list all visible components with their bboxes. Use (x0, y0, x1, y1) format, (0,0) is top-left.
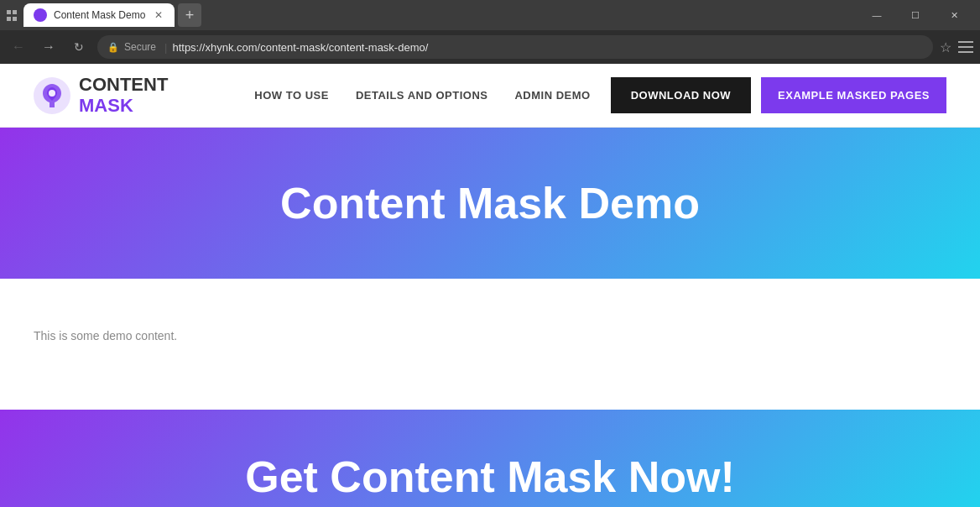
logo-mask-word: MASK (79, 96, 168, 116)
hero-section: Content Mask Demo (0, 128, 980, 279)
bottom-title: Get Content Mask Now! (34, 452, 946, 502)
nav-links: HOW TO USE DETAILS AND OPTIONS ADMIN DEM… (254, 89, 590, 102)
apps-icon[interactable] (7, 10, 17, 21)
main-content: This is some demo content. (0, 279, 980, 410)
svg-point-1 (49, 90, 55, 97)
address-bar: ← → ↻ 🔒 Secure | https://xhynk.com/conte… (0, 30, 980, 64)
browser-frame: Content Mask Demo ✕ + — ☐ ✕ ← → ↻ 🔒 Secu… (0, 0, 980, 64)
forward-button[interactable]: → (37, 35, 60, 59)
url-separator: | (164, 41, 167, 54)
website-content: CONTENT MASK HOW TO USE DETAILS AND OPTI… (0, 64, 980, 507)
bottom-section: Get Content Mask Now! (0, 410, 980, 507)
url-bar[interactable]: 🔒 Secure | https://xhynk.com/content-mas… (97, 35, 933, 59)
demo-content-text: This is some demo content. (34, 329, 946, 342)
window-controls: — ☐ ✕ (858, 0, 973, 30)
hero-title: Content Mask Demo (34, 178, 946, 228)
minimize-button[interactable]: — (858, 0, 896, 30)
bookmark-icon[interactable]: ☆ (940, 39, 951, 55)
tab-close-icon[interactable]: ✕ (153, 8, 164, 23)
nav-details-options[interactable]: DETAILS AND OPTIONS (356, 89, 488, 102)
nav-how-to-use[interactable]: HOW TO USE (254, 89, 329, 102)
nav-admin-demo[interactable]: ADMIN DEMO (514, 89, 590, 102)
url-text: https://xhynk.com/content-mask/content-m… (172, 41, 428, 54)
refresh-button[interactable]: ↻ (67, 35, 91, 59)
tab-favicon (34, 8, 47, 22)
close-button[interactable]: ✕ (935, 0, 973, 30)
example-masked-pages-button[interactable]: EXAMPLE MASKED PAGES (761, 77, 946, 113)
site-logo[interactable]: CONTENT MASK (34, 75, 168, 115)
title-bar: Content Mask Demo ✕ + — ☐ ✕ (0, 0, 980, 30)
download-now-button[interactable]: DOWNLOAD NOW (611, 77, 751, 113)
back-button[interactable]: ← (7, 35, 30, 59)
lock-icon: 🔒 (107, 42, 119, 53)
maximize-button[interactable]: ☐ (896, 0, 935, 30)
new-tab-button[interactable]: + (178, 3, 201, 27)
browser-controls (7, 10, 20, 21)
more-menu-button[interactable] (958, 41, 973, 53)
logo-text: CONTENT MASK (79, 75, 168, 115)
logo-content-word: CONTENT (79, 75, 168, 95)
logo-icon (34, 77, 70, 114)
site-navigation: CONTENT MASK HOW TO USE DETAILS AND OPTI… (0, 64, 980, 128)
secure-label: Secure (124, 41, 156, 53)
tab-title: Content Mask Demo (54, 9, 146, 21)
browser-tab[interactable]: Content Mask Demo ✕ (23, 3, 175, 27)
